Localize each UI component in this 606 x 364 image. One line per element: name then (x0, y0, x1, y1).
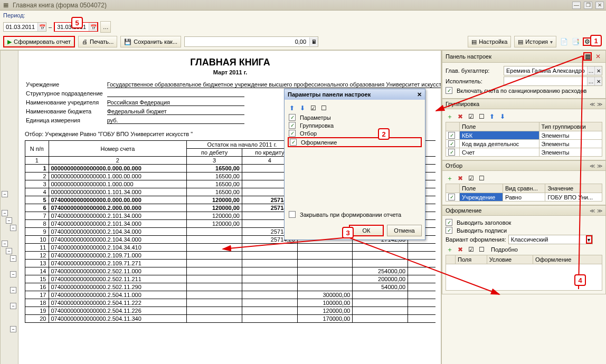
callout-4: 4 (574, 274, 586, 286)
add-icon[interactable]: ＋ (446, 245, 454, 254)
outline-node[interactable]: − (2, 241, 8, 247)
moveup-icon[interactable]: ⬆ (488, 112, 496, 121)
add-icon[interactable]: ＋ (446, 112, 454, 121)
calendar-icon[interactable]: 📅 (37, 23, 46, 31)
filter-section-header[interactable]: Отбор ≪≫ (442, 160, 606, 171)
uncheckall-icon[interactable]: ☐ (477, 112, 486, 121)
play-icon: ▶ (7, 39, 12, 45)
report-row[interactable]: 1507400000000000000.2.502.11.211200000,0… (25, 275, 436, 283)
settings-button[interactable]: ▤ Настройка (468, 36, 511, 47)
show-signatures-checkbox[interactable]: ✓ (446, 227, 452, 234)
outline-node[interactable]: − (6, 217, 12, 224)
history-button[interactable]: ▤ История ▾ (514, 36, 556, 47)
exec-input[interactable] (504, 77, 587, 85)
design-variant-combo[interactable]: ▾ (508, 235, 593, 244)
clear-icon[interactable]: ✕ (594, 66, 602, 75)
outline-node[interactable]: − (2, 210, 8, 216)
date-from[interactable]: 📅 (3, 22, 46, 32)
uncheckall-icon[interactable]: ☐ (477, 245, 486, 254)
outline-node[interactable]: − (2, 191, 8, 197)
grouping-row[interactable]: ✓СчетЭлементы (446, 148, 602, 157)
checkall-icon[interactable]: ☑ (467, 174, 475, 183)
chevron-down-icon[interactable]: ▾ (586, 235, 592, 244)
settings-panel-header: Панель настроек ▦ ✕ (442, 50, 606, 63)
minimize-button[interactable]: — (572, 2, 581, 9)
report-row[interactable]: 1607400000000000000.2.502.11.29054000,00 (25, 283, 436, 291)
filter-table: ПолеВид сравн...Значение ✓ Учреждение Ра… (446, 184, 602, 202)
report-row[interactable]: 1107400000000000000.2.104.34.410 (25, 244, 436, 252)
close-button[interactable]: ✕ (595, 2, 604, 9)
grouping-section-header[interactable]: Группировка ≪≫ (442, 99, 606, 109)
calendar-icon[interactable]: 📅 (89, 23, 97, 31)
outline-node[interactable]: − (10, 255, 16, 262)
modal-item[interactable]: ✓Группировка (288, 121, 422, 129)
history-icon: ▤ (518, 39, 523, 45)
close-panel-button[interactable]: ✕ (594, 52, 602, 61)
design-section-header[interactable]: Оформление ≪≫ (442, 205, 606, 216)
checkall-icon[interactable]: ☑ (467, 112, 475, 121)
grouping-row[interactable]: ✓Код вида деятельносЭлементы (446, 140, 602, 148)
lookup-icon[interactable]: … (587, 77, 594, 85)
period-label: Период: (0, 11, 606, 20)
sankc-checkbox[interactable]: ✓ (446, 87, 452, 94)
add-icon[interactable]: ＋ (446, 174, 454, 183)
modal-item[interactable]: ✓Параметры (288, 113, 422, 121)
uncheckall-icon[interactable]: ☐ (319, 104, 328, 112)
modal-item[interactable]: ✓Оформление (288, 137, 422, 147)
titlebar: ▦ Главная книга (форма 0504072) — ❐ ✕ (0, 0, 606, 11)
remove-icon[interactable]: ✖ (456, 245, 465, 254)
executor-field: Исполнитель: … ✕ (446, 76, 602, 86)
outline-node[interactable]: − (10, 271, 16, 277)
period-select-button[interactable]: … (100, 21, 111, 33)
outline-node[interactable]: − (10, 225, 16, 231)
movedown-icon[interactable]: ⬇ (298, 104, 307, 112)
app-icon: ▦ (2, 2, 10, 9)
outline-node[interactable]: − (10, 303, 16, 309)
print-button[interactable]: 🖨 Печать... (78, 36, 117, 47)
outline-node[interactable]: − (10, 326, 16, 332)
clear-icon[interactable]: ✕ (594, 77, 602, 85)
window-title: Главная книга (форма 0504072) (13, 2, 107, 9)
calc-icon[interactable]: 🖩 (309, 37, 318, 46)
modal-item[interactable]: ✓Отбор (288, 129, 422, 137)
report-row[interactable]: 2007400000000000000.2.504.11.340170000,0… (25, 315, 436, 323)
report-row[interactable]: 1407400000000000000.2.502.11.000254000,0… (25, 267, 436, 275)
remove-icon[interactable]: ✖ (456, 112, 465, 121)
lookup-icon[interactable]: … (587, 66, 594, 75)
restore-button[interactable]: ❐ (584, 2, 592, 9)
run-report-button[interactable]: ▶ Сформировать отчет (3, 36, 75, 47)
save-as-button[interactable]: 💾 Сохранить как... (120, 36, 181, 47)
settings-icon: ▤ (471, 39, 477, 45)
moveup-icon[interactable]: ⬆ (288, 104, 296, 112)
remove-icon[interactable]: ✖ (456, 174, 465, 183)
sum-field[interactable]: 🖩 (184, 36, 318, 47)
report-month: Март 2011 г. (25, 69, 435, 75)
cancel-button[interactable]: Отмена (387, 225, 422, 236)
movedown-icon[interactable]: ⬇ (498, 112, 507, 121)
report-row[interactable]: 1707400000000000000.2.504.11.000300000,0… (25, 291, 436, 299)
chevron-down-icon: ▾ (550, 39, 553, 45)
tool-icon-1[interactable]: 📄 (560, 37, 568, 46)
outline-node[interactable]: − (10, 287, 16, 293)
chief-input[interactable] (504, 66, 587, 75)
close-on-run-checkbox[interactable] (289, 211, 296, 218)
date-from-input[interactable] (4, 23, 37, 31)
report-row[interactable]: 1907400000000000000.2.504.11.226120000,0… (25, 307, 436, 315)
sum-input[interactable] (185, 37, 309, 46)
ok-button[interactable]: ОК (349, 225, 384, 236)
report-row[interactable]: 1807400000000000000.2.504.11.222100000,0… (25, 299, 436, 307)
show-header-checkbox[interactable]: ✓ (446, 219, 452, 226)
tool-icon-2[interactable]: 📑 (571, 37, 580, 46)
checkall-icon[interactable]: ☑ (309, 104, 317, 112)
panel-options-button[interactable]: ▦ (583, 52, 592, 61)
disk-icon: 💾 (124, 39, 131, 45)
filter-row[interactable]: ✓ Учреждение Равно ГОБУ ВПО Уни... (446, 193, 602, 202)
report-row[interactable]: 1207400000000000000.2.109.71.000 (25, 252, 436, 260)
grouping-row[interactable]: ✓КБКЭлементы (446, 131, 602, 140)
checkall-icon[interactable]: ☑ (467, 245, 475, 254)
outline-node[interactable]: − (6, 248, 12, 254)
report-row[interactable]: 1307400000000000000.2.109.71.271 (25, 260, 436, 267)
outline-gutter[interactable]: − − − − − − − − − − − (1, 51, 18, 364)
uncheckall-icon[interactable]: ☐ (477, 174, 486, 183)
close-icon[interactable]: ✕ (417, 91, 422, 98)
